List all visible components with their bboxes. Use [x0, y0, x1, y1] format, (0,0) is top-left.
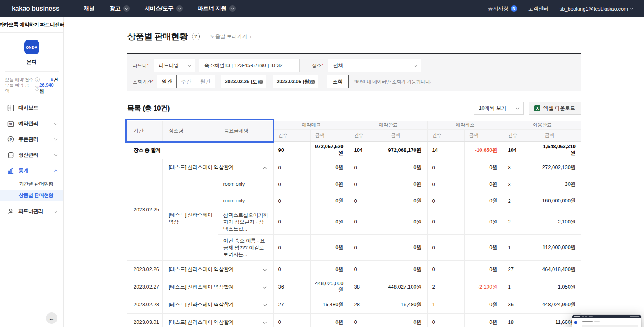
amount-cell: -10,650원: [464, 141, 503, 159]
place-sum-label: [테스트] 신라스테이 역삼합계: [169, 319, 234, 325]
divider: [5, 96, 59, 96]
date-range-separator: -: [269, 79, 270, 84]
page-header: 상품별 판매현황 ? 도움말 보러가기 ›: [127, 31, 251, 42]
count-cell: 8: [503, 159, 540, 176]
count-cell: 27: [273, 296, 310, 313]
period-segmented-control: 일간 주간 월간: [157, 75, 215, 88]
amount-cell: 0원: [464, 209, 503, 235]
sidebar-item-coupons[interactable]: P 쿠폰관리: [0, 131, 63, 147]
group-reservation-cancel: 예약취소: [427, 121, 503, 129]
amount-cell: 0원: [386, 176, 427, 193]
sidebar-item-statistics[interactable]: 통계: [0, 163, 63, 178]
question-icon[interactable]: ?: [35, 86, 39, 91]
chevron-up-icon[interactable]: [263, 167, 267, 171]
chevron-down-icon[interactable]: [263, 302, 267, 306]
group-usage-complete: 이용완료: [503, 121, 581, 129]
subcol-amount: 금액: [386, 129, 427, 141]
amount-cell: 448,027,100원: [386, 278, 427, 296]
amount-cell: 0원: [464, 296, 503, 313]
statistics-submenu: 기간별 판매현황 상품별 판매현황: [0, 178, 63, 201]
partner-center-title: 카카오톡 예약하기 파트너센터: [0, 17, 63, 33]
amount-cell: 0원: [386, 193, 427, 209]
place-sum-cell[interactable]: [테스트] 신라스테이 역삼합계: [162, 313, 273, 327]
today-stats: 오늘 예약 건수 ? 9건 오늘 예약 금액 ? 26,940원: [0, 72, 63, 93]
period-monthly-button[interactable]: 월간: [196, 75, 215, 88]
place-select[interactable]: 전체: [328, 59, 421, 72]
excel-download-button[interactable]: X 엑셀 다운로드: [529, 102, 581, 115]
page-size-select[interactable]: 10개씩 보기: [474, 102, 524, 115]
account-menu[interactable]: sb_booking1@test.kakao.com: [560, 6, 632, 12]
count-cell: 2: [503, 209, 540, 235]
sidebar-item-partner-management[interactable]: 파트너관리: [0, 203, 63, 219]
main-content: 상품별 판매현황 ? 도움말 보러가기 › 파트너* 파트너명 숙소채널13 |…: [64, 17, 644, 327]
count-cell: 0: [273, 260, 310, 278]
count-cell: 0: [427, 176, 464, 193]
count-cell: 0: [273, 176, 310, 193]
chevron-down-icon[interactable]: [263, 267, 267, 271]
help-link[interactable]: 도움말 보러가기 ›: [210, 33, 251, 40]
kakao-business-logo[interactable]: kakao business: [12, 5, 59, 13]
stat-value[interactable]: 26,940원: [39, 82, 58, 94]
amount-cell: 0원: [464, 159, 503, 176]
place-sum-cell[interactable]: [테스트] 신라스테이 역삼합계: [162, 296, 273, 313]
nav-item-services-tools[interactable]: 서비스/도구: [145, 5, 183, 12]
excel-download-label: 엑셀 다운로드: [543, 105, 575, 112]
sidebar-item-settlement[interactable]: 정산관리: [0, 147, 63, 163]
help-link-label: 도움말 보러가기: [210, 33, 247, 40]
chevron-down-icon[interactable]: [263, 285, 267, 289]
period-weekly-button[interactable]: 주간: [176, 75, 196, 88]
amount-cell: 0원: [464, 176, 503, 193]
sidebar-item-reservations[interactable]: 31 예약관리: [0, 116, 63, 131]
period-label: 조회기간*: [133, 78, 154, 85]
period-daily-button[interactable]: 일간: [157, 75, 177, 88]
chevron-down-icon: [123, 5, 130, 12]
chevron-down-icon[interactable]: [263, 320, 267, 324]
back-button[interactable]: ←: [46, 312, 57, 324]
question-icon[interactable]: ?: [35, 77, 40, 82]
search-button[interactable]: 조회: [327, 75, 349, 88]
count-cell: 0: [427, 159, 464, 176]
help-question-icon[interactable]: ?: [192, 33, 200, 40]
global-nav: 채널 광고 서비스/도구 파트너 지원: [84, 5, 236, 12]
date-to-picker[interactable]: 2023.03.06 (월): [273, 75, 318, 88]
place-label: 장소*: [312, 62, 324, 69]
subcol-count: 건수: [503, 129, 540, 141]
place-sum-cell[interactable]: [테스트] 신라스테이 역삼합계: [162, 260, 273, 278]
nav-item-partner-support[interactable]: 파트너 지원: [198, 5, 236, 12]
screenshot-preview-thumbnail[interactable]: [572, 315, 641, 327]
sidebar-subitem-product-sales[interactable]: 상품별 판매현황: [0, 190, 63, 201]
partner-type-select[interactable]: 파트너명: [154, 59, 195, 72]
brand-name: 온다: [27, 58, 37, 65]
place-sum-cell[interactable]: [테스트] 신라스테이 역삼합계: [162, 159, 273, 176]
place-sum-label: [테스트] 신라스테이 역삼합계: [169, 266, 234, 272]
amount-cell: 112,000,000원: [540, 235, 581, 261]
top-navbar: kakao business 채널 광고 서비스/도구 파트너 지원 공지사항 …: [0, 0, 644, 17]
sidebar-item-dashboard[interactable]: 대시보드: [0, 100, 63, 116]
chevron-down-icon: [229, 5, 236, 12]
sales-table-wrapper: 기간 장소명 룸요금제명 예약매출 예약완료 예약취소 이용완료 건수 금액 건…: [127, 121, 581, 327]
chevron-down-icon: [630, 7, 633, 9]
account-email: sb_booking1@test.kakao.com: [560, 6, 628, 12]
help-center-link[interactable]: 고객센터: [528, 5, 549, 12]
notice-link[interactable]: 공지사항 N: [488, 5, 517, 12]
sidebar-footer: ←: [0, 309, 63, 327]
table-row-group-sum: 2023.03.01 [테스트] 신라스테이 역삼합계 0 0원 0 0원 0 …: [127, 313, 581, 327]
list-header: 목록 (총 10건) 10개씩 보기 X 엑셀 다운로드: [127, 100, 581, 116]
sidebar-menu: 대시보드 31 예약관리 P 쿠폰관리 정산관리: [0, 100, 63, 219]
place-sum-cell[interactable]: [테스트] 신라스테이 역삼합계: [162, 278, 273, 296]
amount-cell: 0원: [464, 260, 503, 278]
nav-item-ads[interactable]: 광고: [110, 5, 130, 12]
table-row-total: 장소 총 합계 90 972,057,520원 104 972,068,170원…: [127, 141, 581, 159]
nav-item-channel[interactable]: 채널: [84, 5, 95, 12]
sidebar-item-label: 통계: [18, 167, 28, 174]
subcol-count: 건수: [273, 129, 310, 141]
sidebar-subitem-period-sales[interactable]: 기간별 판매현황: [0, 178, 63, 190]
chevron-down-icon: [54, 209, 57, 212]
count-cell: 0: [273, 209, 310, 235]
amount-cell: 0원: [464, 193, 503, 209]
count-cell: 38: [349, 278, 386, 296]
date-from-picker[interactable]: 2023.02.25 (토): [221, 75, 266, 88]
partner-search-value: 숙소채널13 | 123-45-67890 | ID:32: [204, 62, 283, 69]
partner-search-input[interactable]: 숙소채널13 | 123-45-67890 | ID:32: [199, 59, 300, 72]
date-cell: 2023.02.28: [127, 296, 162, 313]
